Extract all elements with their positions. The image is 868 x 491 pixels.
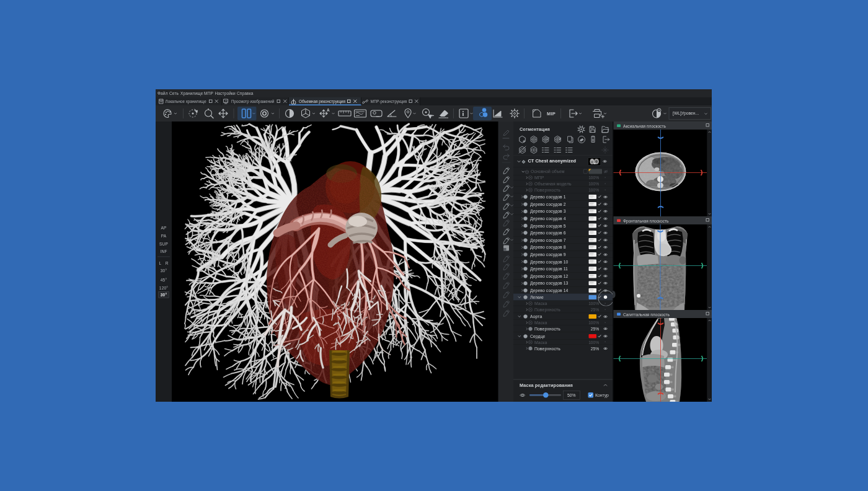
svg-text:A: A [327,108,330,112]
